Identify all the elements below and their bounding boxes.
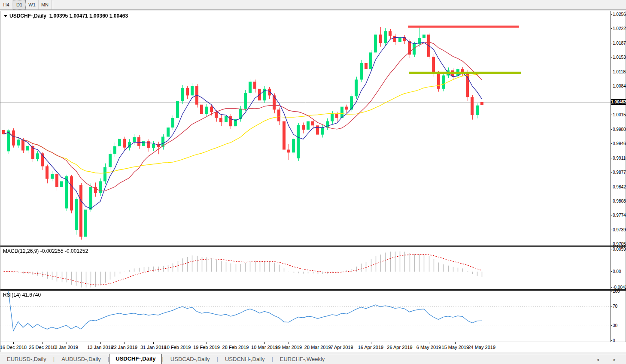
rsi-axis-label: 100 bbox=[613, 289, 620, 294]
date-tick-mark bbox=[455, 342, 456, 344]
date-tick-mark bbox=[207, 342, 207, 344]
price-axis-label: 0.97390 bbox=[613, 228, 626, 232]
timeframe-button-h4[interactable]: H4 bbox=[0, 0, 13, 9]
date-tick-mark bbox=[289, 342, 289, 344]
date-tick-mark bbox=[342, 342, 342, 344]
timeframe-toolbar: H4 D1 W1 MN bbox=[0, 0, 626, 10]
toolbar-separator bbox=[53, 1, 53, 9]
date-tick-mark bbox=[400, 342, 400, 344]
date-tick-mark bbox=[264, 342, 265, 344]
timeframe-button-w1[interactable]: W1 bbox=[26, 0, 39, 9]
date-axis-label: 3 Jan 2019 bbox=[49, 345, 84, 350]
chart-tab-usdcad-daily[interactable]: USDCAD-,Daily bbox=[164, 355, 217, 364]
macd-axis-label: 0.00597 bbox=[613, 247, 626, 252]
date-tick-mark bbox=[67, 342, 67, 344]
price-axis-label: 0.99800 bbox=[613, 127, 626, 132]
price-axis-label: 0.98420 bbox=[613, 185, 626, 189]
chart-window: USDCHF-,Daily 1.00395 1.00471 1.00360 1.… bbox=[0, 11, 626, 352]
date-tick-mark bbox=[178, 342, 178, 344]
price-axis-label: 1.02560 bbox=[613, 12, 626, 17]
rsi-axis-label: 70 bbox=[613, 304, 617, 309]
price-axis-border bbox=[611, 11, 611, 342]
date-tick-mark bbox=[236, 342, 236, 344]
date-tick-mark bbox=[43, 342, 43, 344]
timeframe-button-d1[interactable]: D1 bbox=[13, 0, 26, 9]
date-tick-mark bbox=[371, 342, 371, 344]
price-chart-canvas[interactable] bbox=[0, 11, 611, 246]
macd-pane-canvas[interactable] bbox=[0, 247, 611, 289]
price-axis-label: 0.97740 bbox=[613, 213, 626, 218]
price-axis-label: 1.01180 bbox=[613, 70, 626, 74]
date-axis-label: 24 May 2019 bbox=[465, 345, 499, 350]
chart-tab-bar: EURUSD-,Daily|AUDUSD-,Daily|USDCHF-,Dail… bbox=[0, 354, 626, 364]
date-tick-mark bbox=[153, 342, 154, 344]
price-axis-label: 1.01530 bbox=[613, 55, 626, 60]
chart-tab-usdchf-daily[interactable]: USDCHF-,Daily bbox=[109, 354, 162, 364]
tab-scroll-arrows-icon[interactable]: ◄ ► bbox=[596, 358, 623, 362]
chart-header: USDCHF-,Daily 1.00395 1.00471 1.00360 1.… bbox=[4, 13, 128, 19]
price-axis-label: 0.99460 bbox=[613, 141, 626, 146]
date-tick-mark bbox=[125, 342, 125, 344]
date-tick-mark bbox=[13, 342, 14, 344]
macd-axis-label: 0.00 bbox=[613, 269, 621, 274]
chart-tab-eurusd-daily[interactable]: EURUSD-,Daily bbox=[0, 355, 53, 364]
symbol-dropdown-icon[interactable] bbox=[4, 15, 7, 17]
price-axis-label: 0.98080 bbox=[613, 199, 626, 203]
chart-tab-eurchf-weekly[interactable]: EURCHF-,Weekly bbox=[273, 355, 332, 364]
date-axis[interactable]: 16 Dec 201825 Dec 20183 Jan 201913 Jan 2… bbox=[0, 342, 626, 352]
date-tick-mark bbox=[429, 342, 429, 344]
price-axis-label: 1.02220 bbox=[613, 26, 626, 31]
chart-tab-audusd-daily[interactable]: AUDUSD-,Daily bbox=[55, 355, 108, 364]
date-tick-mark bbox=[318, 342, 318, 344]
date-tick-mark bbox=[100, 342, 101, 344]
price-axis-label: 0.97050 bbox=[613, 242, 626, 246]
chart-ohlc-values: 1.00395 1.00471 1.00360 1.00463 bbox=[49, 13, 128, 19]
macd-indicator-label: MACD(12,26,9) -0.002255 -0.001252 bbox=[3, 248, 88, 254]
chart-tab-usdcnh-daily[interactable]: USDCNH-,Daily bbox=[218, 355, 271, 364]
timeframe-button-mn[interactable]: MN bbox=[39, 0, 52, 9]
date-tick-mark bbox=[482, 342, 482, 344]
current-price-tag: 1.00463 bbox=[611, 99, 626, 105]
rsi-pane-canvas[interactable] bbox=[0, 291, 611, 342]
price-axis-label: 0.98770 bbox=[613, 170, 626, 175]
price-axis-label: 0.99110 bbox=[613, 156, 626, 161]
rsi-axis-label: 30 bbox=[613, 323, 617, 328]
chart-symbol-title: USDCHF-,Daily bbox=[9, 13, 46, 19]
price-axis-label: 1.00840 bbox=[613, 84, 626, 88]
rsi-indicator-label: RSI(14) 41.6740 bbox=[3, 292, 41, 298]
price-axis-label: 1.01870 bbox=[613, 41, 626, 46]
price-axis-label: 1.00150 bbox=[613, 112, 626, 117]
